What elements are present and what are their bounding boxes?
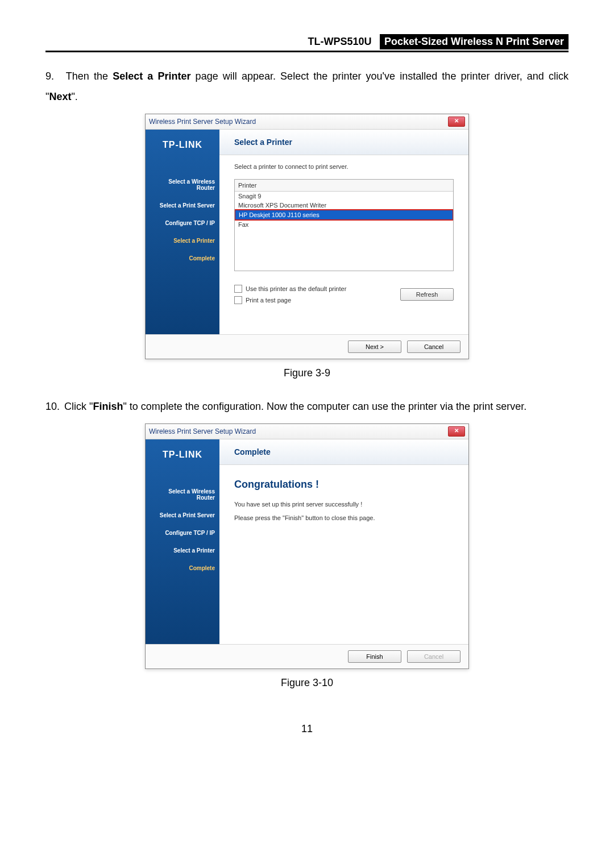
wizard-main: Select a Printer Select a printer to con… (219, 130, 468, 334)
sidebar-step-complete: Complete (150, 255, 215, 261)
wizard-sidebar: TP-LINK Select a Wireless Router Select … (146, 439, 219, 644)
close-icon[interactable]: ✕ (448, 426, 465, 437)
brand-logo: TP-LINK (150, 450, 215, 460)
sidebar-step-tcpip: Configure TCP / IP (150, 220, 215, 226)
checkbox-default-label: Use this printer as the default printer (246, 285, 346, 292)
printer-row[interactable]: Snagit 9 (235, 192, 453, 201)
finish-button[interactable]: Finish (348, 650, 401, 663)
complete-line2: Please press the "Finish" button to clos… (234, 514, 454, 521)
printer-row-selected[interactable]: HP Deskjet 1000 J110 series (234, 209, 454, 221)
doc-header: TL-WPS510U Pocket-Sized Wireless N Print… (45, 34, 569, 52)
brand-logo: TP-LINK (150, 140, 215, 150)
printer-list-header: Printer (235, 180, 453, 192)
step10-number: 10. (45, 396, 61, 417)
panel-title: Complete (234, 447, 454, 456)
sidebar-step-server: Select a Print Server (150, 202, 215, 209)
printer-listbox[interactable]: Printer Snagit 9 Microsoft XPS Document … (234, 179, 454, 271)
next-button[interactable]: Next > (348, 340, 401, 353)
step9-number: 9. (45, 66, 61, 86)
sidebar-step-printer: Select a Printer (150, 238, 215, 244)
step10-text: 10. Click "Finish" to complete the confi… (45, 396, 569, 417)
checkbox-test-label: Print a test page (246, 297, 291, 304)
panel-instruction: Select a printer to connect to print ser… (234, 163, 454, 170)
sidebar-step-router: Select a Wireless Router (150, 488, 215, 501)
wizard-footer: Next > Cancel (146, 334, 468, 359)
step9-text: 9. Then the Select a Printer page will a… (45, 66, 569, 107)
wizard-select-printer: Wireless Print Server Setup Wizard ✕ TP-… (145, 114, 469, 359)
wizard-sidebar: TP-LINK Select a Wireless Router Select … (146, 130, 219, 334)
wizard-footer: Finish Cancel (146, 644, 468, 668)
complete-line1: You have set up this print server succes… (234, 501, 454, 508)
panel-title: Select a Printer (234, 138, 454, 147)
checkbox-test-page[interactable] (234, 296, 242, 304)
page-number: 11 (45, 723, 569, 735)
sidebar-step-tcpip: Configure TCP / IP (150, 530, 215, 536)
close-icon[interactable]: ✕ (448, 117, 465, 127)
checkbox-default-printer[interactable] (234, 285, 242, 293)
printer-row[interactable]: Fax (235, 220, 453, 229)
wizard-main: Complete Congratulations ! You have set … (219, 439, 468, 644)
product-desc: Pocket-Sized Wireless N Print Server (380, 34, 569, 49)
figure-10-caption: Figure 3-10 (45, 677, 569, 689)
product-model: TL-WPS510U (305, 34, 375, 49)
wizard-title: Wireless Print Server Setup Wizard (149, 118, 256, 126)
wizard-titlebar: Wireless Print Server Setup Wizard ✕ (146, 424, 468, 439)
sidebar-step-router: Select a Wireless Router (150, 178, 215, 191)
congrats-heading: Congratulations ! (234, 479, 454, 491)
printer-row[interactable]: Microsoft XPS Document Writer (235, 201, 453, 210)
sidebar-step-complete: Complete (150, 565, 215, 571)
wizard-complete: Wireless Print Server Setup Wizard ✕ TP-… (145, 423, 469, 669)
cancel-button[interactable]: Cancel (407, 340, 460, 353)
cancel-button: Cancel (407, 650, 460, 663)
wizard-titlebar: Wireless Print Server Setup Wizard ✕ (146, 114, 468, 130)
refresh-button[interactable]: Refresh (400, 288, 454, 301)
wizard-title: Wireless Print Server Setup Wizard (149, 427, 256, 435)
figure-9-caption: Figure 3-9 (45, 367, 569, 379)
sidebar-step-server: Select a Print Server (150, 512, 215, 518)
sidebar-step-printer: Select a Printer (150, 547, 215, 554)
